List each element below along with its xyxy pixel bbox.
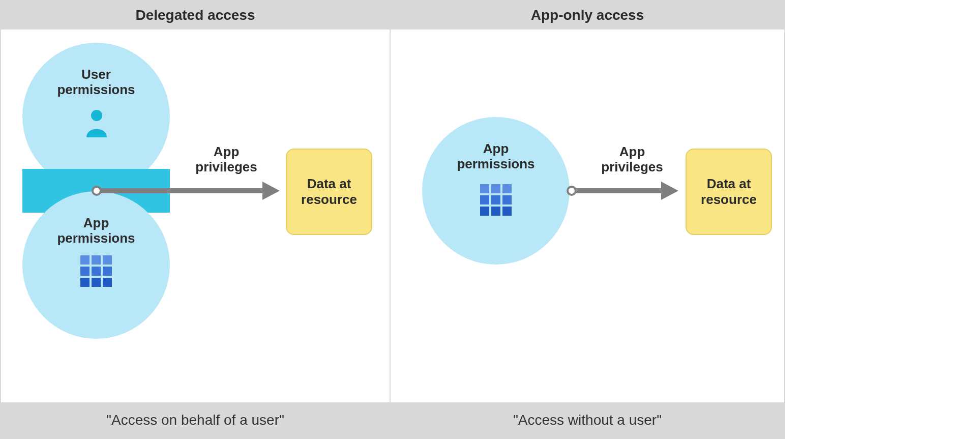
user-permissions-circle: Userpermissions	[22, 43, 170, 190]
grid-icon	[480, 184, 512, 218]
app-permissions-label: Apppermissions	[22, 216, 170, 246]
svg-rect-5	[92, 267, 101, 276]
app-permissions-circle: Apppermissions	[22, 191, 170, 339]
resource-label: Data atresource	[301, 176, 357, 208]
svg-rect-13	[480, 195, 489, 204]
resource-box: Data atresource	[286, 149, 372, 235]
app-permissions-circle-right: Apppermissions	[422, 117, 570, 265]
svg-rect-1	[80, 255, 90, 265]
privileges-arrow	[576, 188, 662, 193]
privileges-arrow-head	[661, 182, 678, 200]
svg-rect-2	[92, 255, 101, 265]
arrow-start-dot	[567, 186, 577, 196]
svg-rect-14	[491, 195, 500, 204]
svg-rect-17	[491, 207, 500, 216]
svg-rect-10	[480, 184, 489, 193]
resource-box-right: Data atresource	[686, 149, 772, 235]
svg-rect-4	[80, 267, 90, 276]
user-icon	[84, 109, 109, 139]
panel-apponly-access: App-only access "Access without a user" …	[390, 0, 785, 439]
svg-rect-15	[502, 195, 512, 204]
privileges-arrow-label-right: Appprivileges	[594, 144, 670, 175]
svg-rect-6	[103, 267, 112, 276]
svg-rect-7	[80, 278, 90, 287]
privileges-arrow	[101, 188, 263, 193]
svg-rect-16	[480, 207, 489, 216]
arrow-start-dot	[92, 186, 102, 196]
svg-rect-18	[502, 207, 512, 216]
privileges-arrow-head	[262, 182, 280, 200]
user-permissions-label: Userpermissions	[22, 67, 170, 98]
panel-delegated-access: Delegated access "Access on behalf of a …	[0, 0, 391, 439]
svg-point-0	[91, 110, 102, 121]
panel-apponly-footer: "Access without a user"	[391, 402, 784, 438]
grid-icon	[80, 255, 112, 289]
resource-label-right: Data atresource	[701, 176, 757, 208]
side-gap	[785, 0, 980, 439]
svg-rect-8	[92, 278, 101, 287]
diagram-root: Delegated access "Access on behalf of a …	[0, 0, 980, 439]
svg-rect-3	[103, 255, 112, 265]
panel-apponly-title: App-only access	[391, 1, 784, 30]
svg-rect-9	[103, 278, 112, 287]
privileges-arrow-label: Appprivileges	[188, 144, 264, 175]
svg-rect-11	[491, 184, 500, 193]
panel-delegated-footer: "Access on behalf of a user"	[1, 402, 390, 438]
app-permissions-label-right: Apppermissions	[422, 141, 570, 172]
panel-delegated-title: Delegated access	[1, 1, 390, 30]
svg-rect-12	[502, 184, 512, 193]
